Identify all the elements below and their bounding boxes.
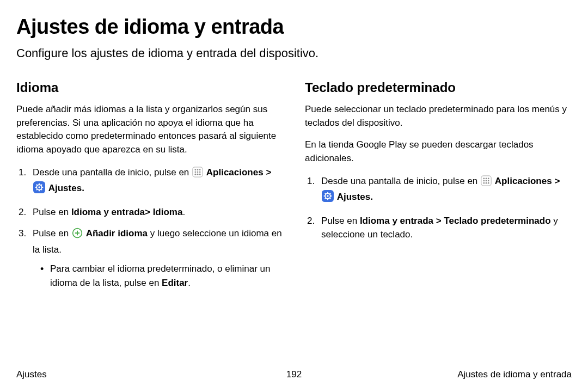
svg-point-31: [483, 182, 485, 183]
svg-point-32: [486, 182, 487, 183]
footer-left: Ajustes: [16, 369, 47, 380]
svg-point-33: [488, 182, 489, 183]
section-idioma: Idioma Puede añadir más idiomas a la lis…: [16, 80, 283, 297]
step-item: Desde una pantalla de inicio, pulse en A…: [305, 174, 572, 206]
apps-icon: [192, 167, 203, 182]
intro-paragraph: En la tienda Google Play se pueden desca…: [305, 138, 572, 165]
svg-line-42: [330, 198, 331, 199]
chevron-separator: >: [266, 167, 271, 177]
svg-line-19: [41, 185, 42, 186]
gear-icon: [322, 190, 334, 206]
step-tail: .: [182, 207, 185, 217]
step-item: Pulse en Idioma y entrada> Idioma.: [16, 205, 283, 219]
section-heading: Idioma: [16, 80, 283, 95]
footer-right: Ajustes de idioma y entrada: [457, 369, 572, 380]
section-heading: Teclado predeterminado: [305, 80, 572, 95]
svg-point-28: [483, 180, 485, 181]
svg-line-17: [36, 185, 38, 186]
page-number: 192: [286, 369, 302, 380]
svg-point-6: [199, 171, 201, 173]
step-bold: Idioma y entrada > Teclado predeterminad…: [360, 216, 551, 226]
svg-point-26: [486, 177, 487, 179]
apps-label: Aplicaciones: [495, 176, 552, 186]
svg-point-27: [488, 177, 489, 179]
svg-line-20: [36, 189, 38, 191]
page-footer: Ajustes 192 Ajustes de idioma y entrada: [16, 369, 572, 380]
svg-point-1: [195, 169, 197, 170]
document-page: Ajustes de idioma y entrada Configure lo…: [0, 0, 588, 392]
svg-point-29: [486, 180, 487, 181]
page-title: Ajustes de idioma y entrada: [16, 15, 572, 39]
svg-point-36: [327, 195, 328, 197]
step-item: Pulse en Idioma y entrada > Teclado pred…: [305, 214, 572, 242]
section-teclado: Teclado predeterminado Puede seleccionar…: [305, 80, 572, 297]
step-text: Desde una pantalla de inicio, pulse en: [33, 167, 192, 177]
svg-point-8: [197, 173, 199, 175]
period: .: [370, 192, 373, 202]
intro-paragraph: Puede añadir más idiomas a la lista y or…: [16, 103, 283, 157]
step-text: Pulse en: [33, 207, 71, 217]
steps-list: Desde una pantalla de inicio, pulse en A…: [16, 166, 283, 290]
svg-point-3: [199, 169, 201, 170]
step-text: Pulse en: [321, 216, 360, 226]
step-text: Desde una pantalla de inicio, pulse en: [321, 176, 480, 186]
sub-bullet-list: Para cambiar el idioma predeterminado, o…: [33, 262, 283, 290]
sub-bullet-item: Para cambiar el idioma predeterminado, o…: [40, 262, 283, 290]
content-columns: Idioma Puede añadir más idiomas a la lis…: [16, 80, 572, 297]
period: .: [82, 183, 84, 193]
bullet-tail: .: [188, 278, 191, 288]
step-item: Pulse en Añadir idioma y luego seleccion…: [16, 226, 283, 290]
apps-icon: [481, 175, 492, 191]
svg-point-7: [195, 173, 197, 175]
svg-point-4: [195, 171, 197, 173]
page-subtitle: Configure los ajustes de idioma y entrad…: [16, 46, 572, 60]
svg-point-5: [197, 171, 199, 173]
svg-point-12: [38, 186, 40, 188]
intro-paragraph: Puede seleccionar un teclado predetermin…: [305, 103, 572, 130]
gear-icon: [33, 181, 45, 198]
svg-line-43: [330, 193, 331, 194]
svg-point-25: [483, 177, 485, 179]
svg-line-44: [325, 198, 326, 199]
svg-point-9: [199, 173, 201, 175]
apps-label: Aplicaciones: [206, 167, 264, 177]
step-text: Pulse en: [33, 228, 71, 238]
svg-point-2: [197, 169, 199, 170]
bullet-text: Para cambiar el idioma predeterminado, o…: [50, 264, 270, 288]
add-language-label: Añadir idioma: [86, 228, 148, 238]
settings-label: Ajustes: [337, 192, 370, 202]
svg-line-41: [325, 193, 326, 194]
svg-line-18: [41, 189, 42, 191]
edit-label: Editar: [162, 278, 188, 288]
plus-icon: [72, 228, 83, 243]
chevron-separator: >: [554, 176, 560, 186]
settings-label: Ajustes: [48, 183, 82, 193]
step-bold: Idioma y entrada> Idioma: [71, 207, 183, 217]
svg-point-30: [488, 180, 489, 181]
steps-list: Desde una pantalla de inicio, pulse en A…: [305, 174, 572, 242]
step-item: Desde una pantalla de inicio, pulse en A…: [16, 166, 283, 198]
